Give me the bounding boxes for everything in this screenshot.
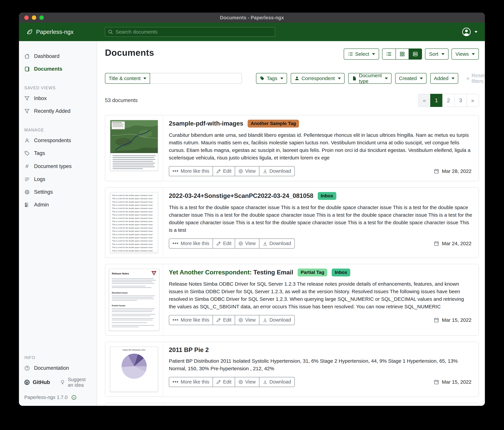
github-link[interactable]: GitHub	[24, 379, 50, 385]
document-thumbnail[interactable]	[105, 115, 163, 181]
filter-text-input[interactable]	[150, 73, 242, 84]
manage-heading: MANAGE	[19, 125, 97, 134]
eye-icon	[238, 169, 243, 174]
thumbnail-heading: Known Issues	[112, 304, 126, 307]
tag-badge[interactable]: Inbox	[318, 192, 336, 200]
view-label: View	[245, 317, 255, 323]
sidebar-item-admin[interactable]: Admin	[19, 199, 97, 211]
sidebar-item-correspondents[interactable]: Correspondents	[19, 134, 97, 147]
sidebar-item-recently-added[interactable]: Recently Added	[19, 105, 97, 117]
list-lines-icon	[24, 177, 30, 182]
document-title[interactable]: Yet Another Correspondent: Testing Email	[169, 269, 293, 276]
view-button[interactable]: View	[235, 166, 259, 176]
sidebar-item-label: Documentation	[34, 365, 69, 371]
document-date: Mar 24, 2022	[434, 241, 471, 246]
download-button[interactable]: Download	[259, 315, 295, 325]
minimize-window-button[interactable]	[32, 15, 36, 20]
document-title[interactable]: 2sample-pdf-with-images	[169, 120, 243, 127]
view-label: View	[245, 379, 255, 385]
chevron-down-icon	[441, 53, 444, 55]
view-button[interactable]: View	[235, 377, 259, 387]
global-search[interactable]	[105, 27, 275, 37]
hash-icon: #	[24, 163, 30, 169]
download-icon	[263, 380, 267, 384]
edit-button[interactable]: Edit	[213, 377, 235, 387]
edit-button[interactable]: Edit	[213, 166, 235, 176]
filter-added-button[interactable]: Added	[430, 73, 458, 84]
edit-button[interactable]: Edit	[213, 239, 235, 249]
document-thumbnail[interactable]: Release Notes Resolved Issues	[105, 264, 163, 335]
document-thumbnail[interactable]: This is a test for the double space char…	[105, 188, 163, 257]
checklist-icon	[348, 51, 353, 57]
tag-badge[interactable]: Partial Tag	[297, 269, 327, 276]
sidebar-item-settings[interactable]: Settings	[19, 186, 97, 198]
sort-dropdown-button[interactable]: Sort	[425, 48, 448, 60]
suggest-idea-link[interactable]: Suggest an idea	[60, 377, 91, 388]
tag-badge[interactable]: Another Sample Tag	[248, 120, 299, 128]
github-icon	[24, 379, 30, 385]
sidebar-item-dashboard[interactable]: Dashboard	[19, 50, 97, 62]
document-actions: ••• More like this Edit	[169, 166, 295, 176]
more-like-this-button[interactable]: ••• More like this	[169, 239, 213, 249]
home-icon	[24, 53, 30, 59]
filter-correspondent-button[interactable]: Correspondent	[291, 73, 344, 84]
close-window-button[interactable]	[24, 15, 29, 20]
person-filled-icon	[294, 76, 299, 81]
pagination-page-3[interactable]: 3	[454, 94, 467, 107]
info-circle-icon[interactable]	[71, 395, 77, 400]
date-label: Mar 15, 2022	[442, 379, 471, 385]
pagination-prev[interactable]: «	[418, 94, 431, 107]
more-like-this-button[interactable]: ••• More like this	[169, 377, 213, 387]
sidebar-item-documentation[interactable]: Documentation	[19, 362, 97, 374]
sidebar-item-document-types[interactable]: # Document types	[19, 160, 97, 173]
sidebar-item-inbox[interactable]: Inbox	[19, 92, 97, 104]
document-title[interactable]: 2011 BP Pie 2	[169, 346, 209, 354]
sidebar-item-documents[interactable]: Documents	[19, 63, 97, 75]
search-field-dropdown[interactable]: Title & content	[105, 73, 150, 84]
sidebar-item-tags[interactable]: Tags	[19, 147, 97, 159]
download-button[interactable]: Download	[259, 377, 295, 387]
view-grid-button[interactable]	[396, 49, 409, 59]
pagination-next[interactable]: »	[467, 94, 479, 107]
view-details-button[interactable]	[409, 49, 422, 59]
document-excerpt: This is a test for the double space char…	[169, 204, 472, 234]
app-window: Documents - Paperless-ngx Paperless-ngx	[19, 13, 485, 406]
document-card: French Country Bread Revised.docx TagWit…	[105, 403, 479, 406]
sidebar-item-logs[interactable]: Logs	[19, 173, 97, 185]
reset-filters-label: Reset filters	[472, 73, 485, 84]
filter-created-button[interactable]: Created	[395, 73, 427, 84]
filter-added-label: Added	[434, 75, 449, 81]
tag-badge[interactable]: Inbox	[332, 269, 350, 276]
search-field-label: Title & content	[109, 75, 141, 81]
document-thumbnail[interactable]	[105, 403, 163, 406]
reset-filters-button[interactable]: × Reset filters	[466, 73, 485, 84]
three-dots-icon: •••	[172, 317, 179, 323]
document-card: Release Notes Resolved Issues	[105, 264, 479, 336]
edit-button[interactable]: Edit	[213, 315, 235, 325]
view-list-button[interactable]	[382, 49, 396, 59]
more-like-this-button[interactable]: ••• More like this	[169, 166, 213, 176]
pencil-icon	[216, 318, 221, 322]
pagination-page-2[interactable]: 2	[442, 94, 455, 107]
pencil-icon	[216, 169, 221, 174]
document-thumbnail[interactable]: Patient BP Distribution 2011	[105, 342, 163, 396]
view-button[interactable]: View	[235, 239, 259, 249]
document-title[interactable]: 2022-03-24+Sonstige+ScanPC2022-03-24_081…	[169, 192, 313, 199]
document-correspondent[interactable]: Yet Another Correspondent	[169, 269, 250, 276]
zoom-window-button[interactable]	[39, 15, 44, 20]
select-dropdown-button[interactable]: Select	[344, 48, 379, 60]
pagination-page-1[interactable]: 1	[430, 94, 443, 107]
toggles-icon	[24, 202, 30, 208]
search-icon	[108, 29, 113, 35]
brand[interactable]: Paperless-ngx	[26, 28, 74, 36]
search-input[interactable]	[116, 29, 272, 35]
filter-document-type-button[interactable]: Document type	[348, 73, 392, 84]
more-like-this-button[interactable]: ••• More like this	[169, 315, 213, 325]
views-dropdown-button[interactable]: Views	[451, 48, 479, 60]
download-button[interactable]: Download	[259, 166, 295, 176]
view-button[interactable]: View	[235, 315, 259, 325]
filter-tags-button[interactable]: Tags	[256, 73, 287, 84]
download-button[interactable]: Download	[259, 239, 295, 249]
user-menu[interactable]	[462, 23, 477, 41]
date-label: Mar 28, 2022	[442, 168, 471, 174]
